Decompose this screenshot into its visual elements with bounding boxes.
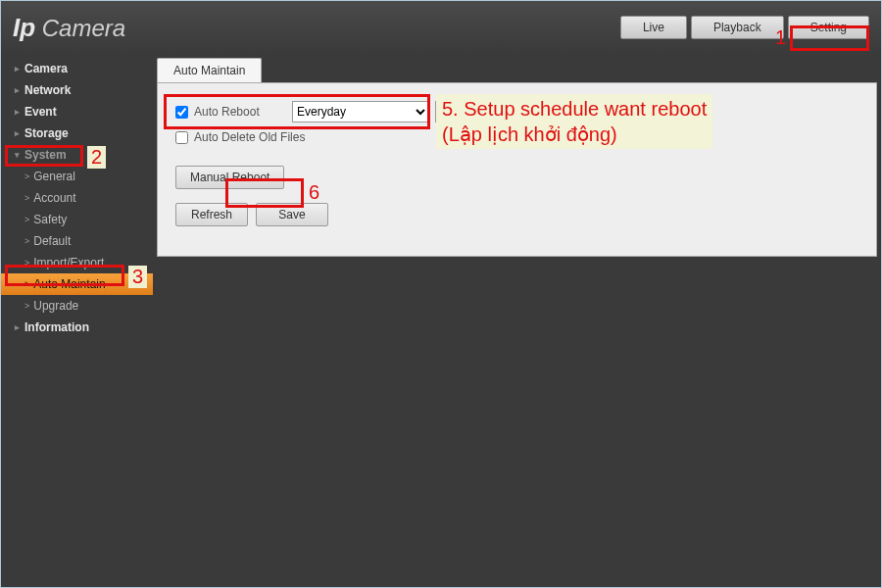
sidebar-item-general[interactable]: >General	[1, 166, 153, 187]
caret-right-icon: ▸	[15, 107, 24, 117]
sidebar-item-network[interactable]: ▸Network	[1, 79, 153, 101]
minute-input[interactable]	[469, 101, 495, 122]
caret-right-icon: ▸	[15, 322, 24, 332]
sidebar-label: Storage	[24, 126, 69, 140]
tab-playback[interactable]: Playback	[691, 16, 784, 39]
caret-right-icon: ▸	[15, 128, 24, 138]
time-group: :	[435, 101, 495, 122]
sidebar-item-information[interactable]: ▸Information	[1, 317, 153, 338]
auto-delete-row: Auto Delete Old Files	[175, 130, 858, 144]
refresh-button[interactable]: Refresh	[175, 203, 248, 226]
auto-reboot-row: Auto Reboot Everyday :	[175, 101, 858, 122]
sidebar-item-auto-maintain[interactable]: >Auto Maintain	[1, 273, 153, 295]
main-panel: Auto Maintain Auto Reboot Everyday :	[153, 54, 881, 587]
tab-auto-maintain[interactable]: Auto Maintain	[157, 58, 262, 82]
action-row: Refresh Save	[175, 203, 858, 226]
app-logo: Ip Camera	[13, 13, 125, 43]
sidebar-item-system[interactable]: ▾System	[1, 144, 153, 166]
auto-delete-label: Auto Delete Old Files	[194, 130, 305, 144]
sidebar-item-account[interactable]: >Account	[1, 187, 153, 209]
tab-live[interactable]: Live	[620, 16, 687, 39]
manual-reboot-button[interactable]: Manual Reboot	[175, 166, 284, 189]
chevron-right-icon: >	[24, 215, 29, 224]
chevron-right-icon: >	[24, 236, 29, 246]
chevron-right-icon: >	[24, 279, 29, 289]
caret-right-icon: ▸	[15, 85, 24, 95]
body: ▸Camera ▸Network ▸Event ▸Storage ▾System…	[1, 54, 881, 587]
sidebar-label: Default	[33, 234, 71, 248]
caret-right-icon: ▸	[15, 64, 24, 74]
manual-reboot-row: Manual Reboot	[175, 166, 858, 189]
sidebar-label: Import/Export	[33, 256, 104, 270]
tab-setting[interactable]: Setting	[788, 16, 869, 39]
sidebar-item-event[interactable]: ▸Event	[1, 101, 153, 122]
sidebar-label: System	[24, 148, 67, 162]
sidebar-label: Safety	[33, 213, 67, 226]
header-tabs: Live Playback Setting	[620, 16, 869, 39]
app-frame: Ip Camera Live Playback Setting ▸Camera …	[0, 0, 882, 588]
chevron-right-icon: >	[24, 193, 29, 203]
chevron-right-icon: >	[24, 172, 29, 181]
chevron-right-icon: >	[24, 301, 29, 311]
sidebar-item-camera[interactable]: ▸Camera	[1, 58, 153, 79]
sidebar: ▸Camera ▸Network ▸Event ▸Storage ▾System…	[1, 54, 153, 587]
sidebar-item-storage[interactable]: ▸Storage	[1, 122, 153, 144]
header-bar: Ip Camera Live Playback Setting	[1, 1, 881, 54]
auto-delete-checkbox[interactable]	[175, 131, 188, 144]
save-button[interactable]: Save	[256, 203, 328, 226]
auto-reboot-label: Auto Reboot	[194, 105, 292, 119]
sidebar-label: Upgrade	[33, 299, 78, 313]
caret-down-icon: ▾	[15, 150, 24, 160]
chevron-right-icon: >	[24, 258, 29, 268]
sidebar-item-upgrade[interactable]: >Upgrade	[1, 295, 153, 317]
hour-input[interactable]	[435, 101, 461, 122]
logo-camera: Camera	[35, 15, 125, 41]
sidebar-label: Event	[24, 105, 57, 119]
sidebar-label: Camera	[24, 62, 68, 75]
auto-maintain-panel: Auto Reboot Everyday : Auto Delete Old F…	[157, 82, 877, 257]
sidebar-label: Information	[24, 320, 89, 334]
sidebar-label: Network	[24, 83, 71, 97]
sidebar-label: Account	[33, 191, 75, 205]
auto-reboot-checkbox[interactable]	[175, 106, 188, 119]
schedule-select[interactable]: Everyday	[292, 101, 429, 122]
logo-ip: Ip	[13, 13, 35, 42]
sidebar-item-safety[interactable]: >Safety	[1, 209, 153, 230]
sidebar-item-import-export[interactable]: >Import/Export	[1, 252, 153, 273]
sidebar-label: Auto Maintain	[33, 277, 105, 291]
sidebar-item-default[interactable]: >Default	[1, 230, 153, 252]
time-separator: :	[464, 105, 466, 119]
sidebar-label: General	[33, 170, 75, 183]
content-tabbar: Auto Maintain	[157, 58, 881, 82]
